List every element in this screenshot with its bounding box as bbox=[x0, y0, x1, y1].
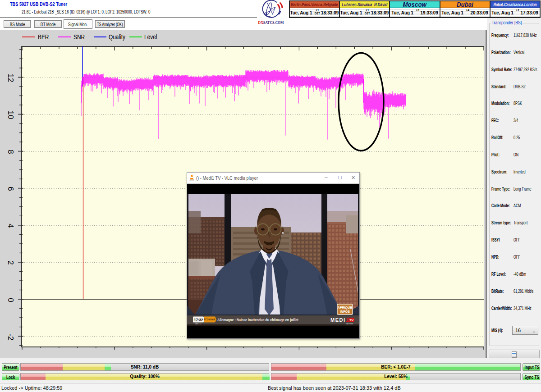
svg-text:TV: TV bbox=[349, 318, 354, 322]
svg-text:ÉCONOMIE: ÉCONOMIE bbox=[204, 318, 215, 321]
svg-text:AFRIQUE: AFRIQUE bbox=[338, 305, 353, 310]
svg-text:MEDI: MEDI bbox=[330, 317, 346, 323]
svg-text:MAGHREB: MAGHREB bbox=[346, 323, 353, 325]
svg-text:INFOS: INFOS bbox=[340, 310, 350, 314]
svg-text:1: 1 bbox=[346, 317, 348, 323]
svg-text:Allemagne : Baisse inattendue: Allemagne : Baisse inattendue du chômage… bbox=[217, 318, 298, 322]
svg-text:17:32: 17:32 bbox=[194, 318, 203, 322]
svg-text:GMT+1: GMT+1 bbox=[195, 323, 201, 325]
